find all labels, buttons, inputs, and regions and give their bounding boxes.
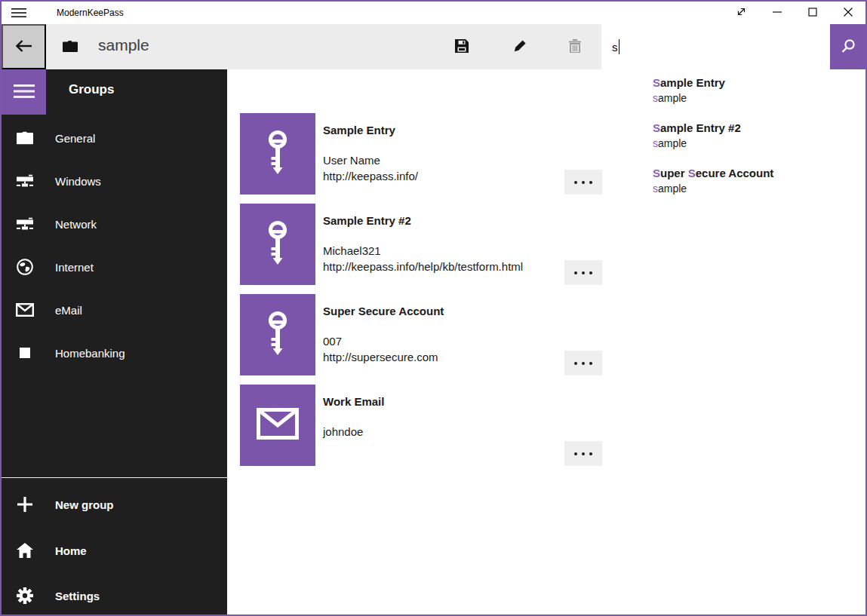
entry-row-sample-entry[interactable]: Sample Entry User Name http://keepass.in… [240,113,604,195]
sidebar-item-label: eMail [55,304,82,317]
minimize-button[interactable] [759,2,795,24]
envelope-icon [257,408,299,443]
back-button[interactable] [2,24,46,69]
close-icon [844,8,853,19]
entry-tile[interactable] [240,204,315,285]
search-input[interactable]: s [601,24,830,69]
entry-title: Sample Entry #2 [323,214,411,227]
search-icon [841,38,856,56]
entry-title: Sample Entry [323,124,395,136]
sidebar-item-windows[interactable]: Windows [2,171,227,191]
suggestion-subtitle: sample [653,181,860,196]
suggestion-title: Sample Entry [653,75,860,90]
sidebar-item-email[interactable]: eMail [2,300,227,320]
search-input-value: s [612,41,618,54]
entry-more-button[interactable] [564,260,602,285]
sidebar-item-home[interactable]: Home [2,541,227,560]
fullscreen-button[interactable] [724,2,759,24]
minimize-icon [773,8,782,19]
search-submit-button[interactable] [830,24,865,69]
network-icon [16,175,34,188]
dot [582,452,585,455]
hamburger-icon [14,84,35,101]
dot [589,271,592,274]
sidebar-item-label: Home [55,544,87,557]
entry-title: Work Email [323,395,384,408]
entry-row-work-email[interactable]: Work Email johndoe [240,385,604,466]
entry-row-super-secure-account[interactable]: Super Secure Account 007 http://supersec… [240,294,604,375]
gear-icon [16,587,34,604]
text-caret [619,39,620,54]
titlebar: ModernKeePass [2,2,865,24]
entry-username: johndoe [323,425,363,438]
database-folder-icon [63,41,78,55]
edit-button[interactable] [502,24,538,69]
entry-username: Michael321 [323,244,381,257]
square-icon [16,348,34,358]
back-arrow-icon [16,40,32,54]
sidebar-groups-pane: Groups General Windows Network Internet [2,69,227,614]
globe-icon [16,259,34,275]
save-button[interactable] [444,24,480,69]
key-icon [262,130,294,178]
plus-icon [16,497,34,512]
dot [574,271,577,274]
search-suggestion-super-secure-account[interactable]: Super Secure Account sample [653,166,860,196]
delete-button[interactable] [557,24,593,69]
dot [589,362,592,365]
dot [582,362,585,365]
entry-tile[interactable] [240,113,315,195]
sidebar-item-general[interactable]: General [2,128,227,148]
entry-tile[interactable] [240,385,315,466]
key-icon [262,220,294,268]
dot [582,181,585,184]
search-suggestion-sample-entry-2[interactable]: Sample Entry #2 sample [653,121,860,151]
sidebar-item-label: Windows [55,175,101,188]
sidebar-item-settings[interactable]: Settings [2,586,227,605]
sidebar-item-homebanking[interactable]: Homebanking [2,343,227,363]
sidebar-item-label: Internet [55,261,94,274]
nav-hamburger-button[interactable] [2,69,46,115]
trash-icon [569,39,581,55]
envelope-icon [16,303,34,317]
pencil-icon [513,39,527,55]
home-icon [16,543,34,558]
entry-url: http://keepass.info/ [323,170,418,182]
sidebar-item-label: New group [55,498,114,511]
network-icon [16,218,34,231]
entry-url: http://supersecure.com [323,351,438,363]
sidebar-separator [2,477,227,478]
appbar: sample s [2,24,865,69]
fullscreen-icon [736,6,747,20]
suggestion-subtitle: sample [653,136,860,151]
search-suggestion-sample-entry[interactable]: Sample Entry sample [653,75,860,106]
suggestion-subtitle: sample [653,90,860,106]
sidebar-item-label: Settings [55,590,100,602]
close-button[interactable] [830,2,865,24]
dot [574,362,577,365]
folder-icon [16,132,34,145]
entry-more-button[interactable] [564,351,602,375]
sidebar-item-label: General [55,132,95,145]
modernkeepass-window: ModernKeePass [0,0,867,616]
save-icon [455,39,469,55]
dot [582,271,585,274]
maximize-button[interactable] [795,2,830,24]
dot [589,452,592,455]
suggestion-title: Super Secure Account [653,166,860,181]
sidebar-item-label: Homebanking [55,347,125,360]
entry-username: User Name [323,154,380,167]
sidebar-item-internet[interactable]: Internet [2,257,227,277]
groups-header: Groups [69,82,114,97]
entry-username: 007 [323,335,342,348]
entry-tile[interactable] [240,294,315,375]
entry-more-button[interactable] [564,170,602,195]
sidebar-item-network[interactable]: Network [2,214,227,234]
sidebar-item-label: Network [55,218,97,231]
titlebar-hamburger-icon[interactable] [11,8,26,18]
entry-more-button[interactable] [564,441,602,466]
key-icon [262,311,294,359]
dot [574,181,577,184]
entry-row-sample-entry-2[interactable]: Sample Entry #2 Michael321 http://keepas… [240,204,604,285]
sidebar-item-new-group[interactable]: New group [2,495,227,514]
